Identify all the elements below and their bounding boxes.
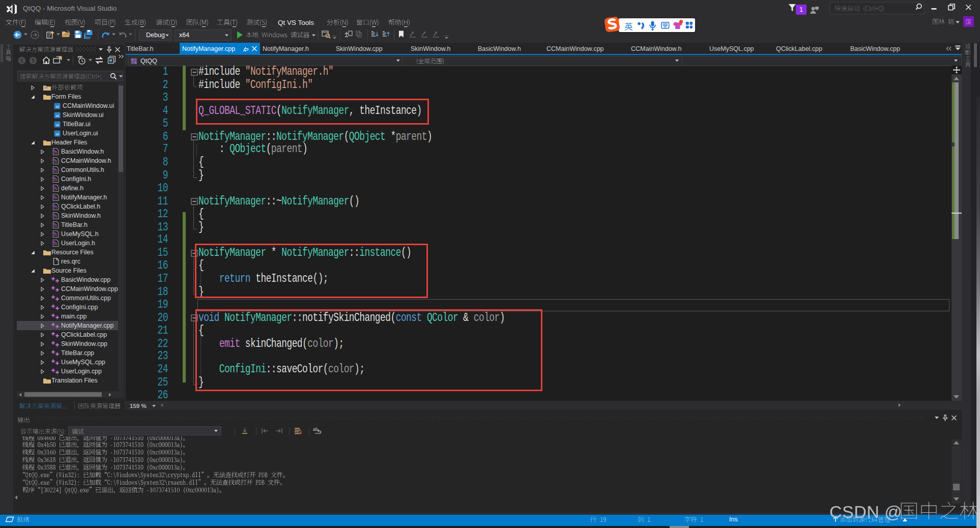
svg-text:h: h — [54, 195, 57, 200]
svg-text:h: h — [54, 158, 57, 164]
svg-text:h: h — [54, 231, 57, 237]
svg-text:h: h — [54, 241, 57, 246]
svg-text:h: h — [54, 177, 57, 182]
svg-text:ui: ui — [55, 122, 59, 127]
svg-text:ui: ui — [55, 104, 59, 108]
svg-text:h: h — [54, 186, 57, 191]
svg-text:ui: ui — [55, 113, 59, 118]
svg-text:h: h — [54, 222, 57, 228]
svg-text:h: h — [54, 213, 57, 219]
svg-text:ui: ui — [55, 131, 59, 136]
svg-text:h: h — [54, 149, 57, 155]
svg-text:h: h — [54, 204, 57, 210]
svg-text:h: h — [54, 167, 57, 173]
svg-text:ab: ab — [313, 427, 318, 432]
